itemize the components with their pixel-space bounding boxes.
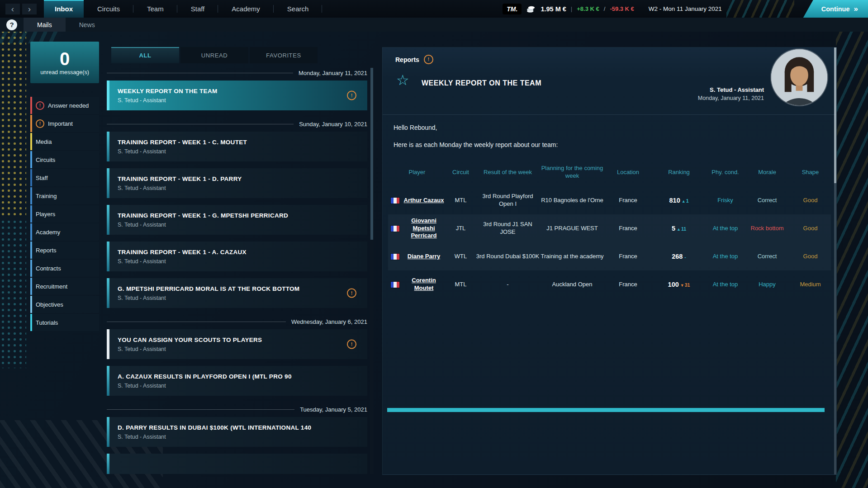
mail-item[interactable]: D. PARRY RESULTS IN DUBAI $100K (WTL INT…	[107, 417, 367, 447]
tab-news[interactable]: News	[66, 18, 109, 32]
report-scrollbar[interactable]	[834, 47, 836, 474]
star-icon[interactable]: ☆	[396, 73, 409, 87]
sidebar-item-media[interactable]: Media	[30, 133, 99, 150]
category-label: Answer needed	[48, 102, 89, 109]
mail-item[interactable]: TRAINING REPORT - WEEK 1 - G. MPETSHI PE…	[107, 205, 367, 235]
mail-color-bar	[107, 454, 109, 474]
date-separator: Sunday, January 10, 2021	[107, 117, 367, 131]
sidebar-item-contracts[interactable]: Contracts	[30, 260, 99, 277]
mail-color-bar	[107, 205, 109, 235]
phy-cond-cell: At the top	[706, 253, 745, 261]
mail-title: YOU CAN ASSIGN YOUR SCOUTS TO PLAYERS	[118, 336, 347, 343]
mail-color-bar	[107, 132, 109, 161]
nav-tab-search[interactable]: Search	[274, 0, 323, 18]
scrollbar-thumb[interactable]	[834, 47, 836, 183]
circuit-cell: MTL	[446, 281, 475, 289]
sidebar-item-academy[interactable]: Academy	[30, 223, 99, 241]
important-icon: !	[347, 340, 356, 349]
france-flag-icon	[391, 254, 399, 260]
tab-favorites[interactable]: FAVORITES	[250, 47, 318, 63]
sidebar-item-recruitment[interactable]: Recruitment	[30, 278, 99, 295]
report-header: Reports ! ☆ WEEKLY REPORT ON THE TEAM S.…	[383, 47, 836, 115]
planning-cell: R10 Bagnoles de l'Orne	[540, 197, 604, 204]
category-color-bar	[30, 115, 32, 132]
nav-tab-inbox[interactable]: Inbox	[44, 0, 84, 18]
category-label: Circuits	[36, 156, 55, 163]
mail-title: TRAINING REPORT - WEEK 1 - G. MPETSHI PE…	[118, 212, 347, 219]
nav-tab-team[interactable]: Team	[133, 0, 177, 18]
mail-item-partial[interactable]	[107, 454, 367, 474]
planning-cell: Auckland Open	[540, 281, 604, 289]
france-flag-icon	[391, 198, 399, 204]
sidebar-item-staff[interactable]: Staff	[30, 169, 99, 186]
table-row: Giovanni Mpetshi Perricard JTL 3rd Round…	[388, 214, 831, 242]
team-report-table: Player Circuit Result of the week Planni…	[388, 162, 831, 298]
unread-counter: 0 unread message(s)	[30, 42, 99, 83]
sidebar-item-reports[interactable]: Reports	[30, 242, 99, 259]
category-label: Recruitment	[36, 283, 67, 290]
shape-cell: Good	[790, 253, 831, 261]
ranking-cell: 268-	[652, 252, 706, 261]
sidebar-item-players[interactable]: Players	[30, 205, 99, 223]
back-icon[interactable]: ‹	[5, 4, 20, 14]
mail-item[interactable]: TRAINING REPORT - WEEK 1 - A. CAZAUX S. …	[107, 242, 367, 271]
category-label: Training	[36, 193, 57, 199]
nav-tab-staff[interactable]: Staff	[177, 0, 218, 18]
mail-item[interactable]: A. CAZAUX RESULTS IN PLAYFORD OPEN I (MT…	[107, 366, 367, 396]
mail-item[interactable]: WEEKLY REPORT ON THE TEAM S. Tetud - Ass…	[107, 81, 367, 110]
player-link[interactable]: Giovanni Mpetshi Perricard	[411, 217, 436, 239]
player-link[interactable]: Arthur Cazaux	[404, 197, 444, 204]
column-header: Player	[388, 169, 446, 176]
sidebar-item-objectives[interactable]: Objectives	[30, 296, 99, 313]
shape-cell: Medium	[790, 281, 831, 289]
planning-cell: J1 PRAGUE WEST	[540, 225, 604, 232]
column-header: Circuit	[446, 169, 475, 176]
mail-item[interactable]: TRAINING REPORT - WEEK 1 - C. MOUTET S. …	[107, 132, 367, 161]
forward-icon[interactable]: ›	[22, 4, 37, 14]
mail-title: G. MPETSHI PERRICARD MORAL IS AT THE ROC…	[118, 285, 347, 292]
separator: /	[604, 5, 606, 12]
game-date: W2 - Mon 11 January 2021	[649, 5, 722, 12]
nav-tab-academy[interactable]: Academy	[218, 0, 274, 18]
circuit-cell: WTL	[446, 253, 475, 261]
sidebar-item-training[interactable]: Training	[30, 187, 99, 204]
tab-unread[interactable]: UNREAD	[180, 47, 248, 63]
sidebar-item-answer-needed[interactable]: ! Answer needed	[30, 97, 99, 114]
mail-color-bar	[107, 329, 109, 359]
category-color-bar	[30, 260, 32, 277]
mail-item[interactable]: TRAINING REPORT - WEEK 1 - D. PARRY S. T…	[107, 168, 367, 198]
scrollbar-thumb[interactable]	[370, 68, 373, 240]
column-header: Ranking	[652, 169, 706, 176]
continue-button[interactable]: Continue »	[803, 0, 868, 18]
tab-all[interactable]: ALL	[111, 47, 179, 63]
mail-title: D. PARRY RESULTS IN DUBAI $100K (WTL INT…	[118, 424, 347, 431]
nav-tab-circuits[interactable]: Circuits	[84, 0, 133, 18]
category-color-bar	[30, 242, 32, 259]
sidebar-item-circuits[interactable]: Circuits	[30, 151, 99, 168]
player-link[interactable]: Corentin Moutet	[412, 277, 436, 291]
mail-title: WEEKLY REPORT ON THE TEAM	[118, 88, 347, 95]
shape-cell: Good	[790, 225, 831, 232]
sidebar-item-tutorials[interactable]: Tutorials	[30, 314, 99, 331]
rank-up-icon: ▲	[677, 227, 681, 232]
sidebar-item-important[interactable]: ! Important	[30, 115, 99, 132]
location-cell: France	[604, 225, 652, 232]
double-chevron-icon: »	[854, 5, 857, 14]
mail-item[interactable]: YOU CAN ASSIGN YOUR SCOUTS TO PLAYERS S.…	[107, 329, 367, 359]
balance-amount: 1.95 M €	[541, 5, 566, 13]
important-icon: !	[347, 289, 356, 298]
mail-color-bar	[107, 278, 109, 308]
category-color-bar	[30, 296, 32, 313]
mail-title: A. CAZAUX RESULTS IN PLAYFORD OPEN I (MT…	[118, 373, 347, 380]
mail-item[interactable]: G. MPETSHI PERRICARD MORAL IS AT THE ROC…	[107, 278, 367, 308]
help-icon[interactable]: ?	[6, 19, 17, 30]
mail-sender: S. Tetud - Assistant	[118, 148, 347, 155]
column-header: Morale	[745, 169, 790, 176]
mail-list-scrollbar[interactable]	[370, 66, 374, 474]
morale-cell: Rock bottom	[745, 225, 790, 232]
weekly-gain: +8.3 K €	[577, 5, 599, 12]
tab-mails[interactable]: Mails	[24, 18, 66, 32]
phy-cond-cell: At the top	[706, 281, 745, 289]
player-link[interactable]: Diane Parry	[408, 253, 440, 260]
table-row: Diane Parry WTL 3rd Round Dubai $100K Tr…	[388, 242, 831, 270]
